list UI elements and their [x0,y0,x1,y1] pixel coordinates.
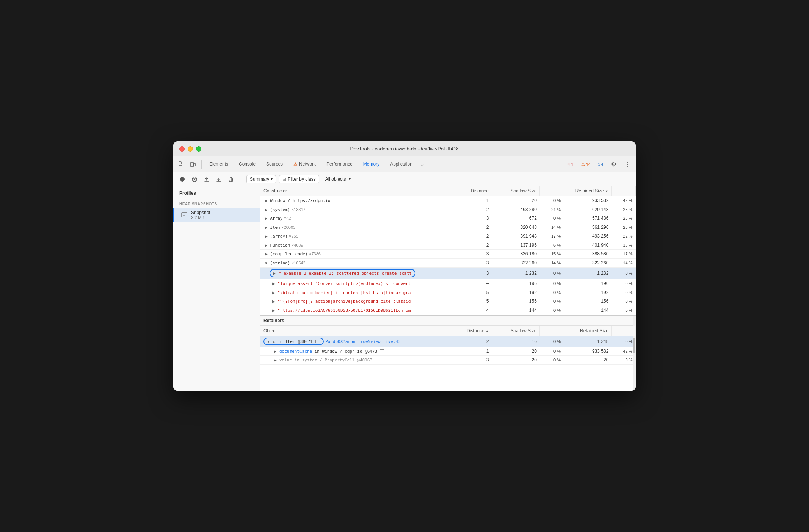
download-button[interactable] [214,175,223,184]
table-row[interactable]: ▶ Array ×42 3 672 0 % 571 436 25 % [260,214,636,223]
expand-icon[interactable]: ▶ [273,349,278,354]
header-constructor: Constructor [260,186,460,196]
tab-network[interactable]: ⚠ Network [288,156,321,172]
header-object: Object [260,326,460,336]
clear-button[interactable] [190,175,199,184]
content-panel: Constructor Distance Shallow Size Retain… [260,186,636,391]
retainer-link[interactable]: PoLdb0X?anon=true&view=live:43 [325,339,401,344]
tab-application[interactable]: Application [385,156,418,172]
warning-icon: ⚠ [581,162,585,167]
tab-sources[interactable]: Sources [261,156,288,172]
all-objects-dropdown[interactable]: All objects ▾ [322,175,354,183]
header-ret-shallow: Shallow Size [492,326,540,336]
retainer-row[interactable]: ▶ documentCache in Window / cdpn.io @647… [260,347,636,356]
upload-button[interactable] [202,175,211,184]
expand-icon[interactable]: ▶ [271,299,276,304]
table-row-highlighted[interactable]: ▶ " example 3 example 3: scattered objec… [260,268,636,279]
expand-icon[interactable]: ▶ [273,357,278,363]
retainers-table-body: ▼ x in Item @38071 PoLdb0X?anon=true&vie… [260,336,636,365]
inspect-icon-btn[interactable] [176,159,187,170]
chevron-down-icon-2: ▾ [349,177,351,181]
constructor-table-section: Constructor Distance Shallow Size Retain… [260,186,636,315]
maximize-button[interactable] [196,146,201,152]
scrollbar-thumb[interactable] [633,338,635,353]
constructor-table-header: Constructor Distance Shallow Size Retain… [260,186,636,196]
traffic-lights [179,146,201,152]
device-icon-btn[interactable] [188,159,198,170]
record-button[interactable] [178,175,187,184]
retainers-table-header: Object Distance ▲ Shallow Size Retained … [260,326,636,336]
constructor-table-body: ▶ Window / https://cdpn.io 1 20 0 % 933 … [260,196,636,315]
svg-rect-11 [182,213,187,217]
collect-garbage-button[interactable] [226,175,235,184]
more-tabs-button[interactable]: » [418,161,427,167]
table-row[interactable]: ▼ (string) ×16542 3 322 260 14 % 322 260… [260,258,636,268]
table-row[interactable]: ▶ "Torque assert 'Convert<uintptr>(endIn… [260,279,636,288]
expand-icon[interactable]: ▶ [263,207,269,212]
expand-icon[interactable]: ▶ [271,281,276,286]
expand-icon[interactable]: ▶ [271,290,276,295]
header-retained-pct [611,186,635,196]
collapse-icon[interactable]: ▼ [263,260,269,266]
settings-button[interactable]: ⚙ [608,159,619,170]
retainers-title: Retainers [260,316,636,326]
snapshot-icon [180,211,188,219]
title-bar: DevTools - codepen.io/web-dot-dev/live/P… [173,141,636,156]
retainer-row[interactable]: ▶ value in system / PropertyCell @40163 … [260,356,636,365]
expand-icon[interactable]: ▶ [263,243,269,248]
collapse-icon[interactable]: ▼ [266,339,271,344]
table-row[interactable]: ▶ Function ×4689 2 137 196 6 % 401 940 1… [260,241,636,250]
expand-icon[interactable]: ▶ [263,252,269,257]
snapshot-size: 2.2 MB [191,215,214,220]
expand-icon[interactable]: ▶ [271,308,276,313]
table-row[interactable]: ▶ (system) ×13817 2 463 280 21 % 620 148… [260,205,636,214]
error-icon: ✕ [567,162,570,167]
info-badge[interactable]: ℹ 4 [596,161,605,167]
table-row[interactable]: ▶ Item ×20003 2 320 048 14 % 561 296 25 … [260,223,636,232]
header-ret-retained-pct [611,326,635,336]
tab-performance[interactable]: Performance [321,156,358,172]
window-icon [315,340,320,343]
sidebar-title: Profiles [173,191,260,199]
expand-icon[interactable]: ▶ [272,271,277,276]
more-options-button[interactable]: ⋮ [622,159,633,170]
tab-console[interactable]: Console [234,156,261,172]
sidebar-item-snapshot1[interactable]: Snapshot 1 2.2 MB [173,208,260,222]
minimize-button[interactable] [188,146,193,152]
info-icon: ℹ [598,162,600,167]
close-button[interactable] [179,146,185,152]
table-row[interactable]: ▶ "^(?!on|src|(?:action|archive|backgrou… [260,297,636,306]
network-warning-icon: ⚠ [293,161,298,167]
svg-rect-3 [191,162,193,167]
tab-right-controls: ✕ 1 ⚠ 14 ℹ 4 ⚙ ⋮ [564,159,633,170]
table-row[interactable]: ▶ "\b(calc|cubic-bezier|fit-content|hsl|… [260,288,636,297]
filter-by-class-button[interactable]: ⊟ Filter by class [279,175,319,183]
constructor-table: Constructor Distance Shallow Size Retain… [260,186,636,315]
warning-badge[interactable]: ⚠ 14 [579,161,593,167]
filter-icon: ⊟ [282,177,286,182]
summary-dropdown[interactable]: Summary ▾ [246,175,276,183]
retainers-table: Object Distance ▲ Shallow Size Retained … [260,326,636,365]
tab-bar: Elements Console Sources ⚠ Network Perfo… [173,156,636,172]
table-row[interactable]: ▶ "https://cdpn.io2AC766158D5B7507E17015… [260,306,636,315]
window-title: DevTools - codepen.io/web-dot-dev/live/P… [350,146,459,152]
tab-memory[interactable]: Memory [358,156,385,172]
expand-icon[interactable]: ▶ [263,234,269,239]
table-row[interactable]: ▶ (array) ×255 2 391 948 17 % 493 256 22… [260,232,636,241]
expand-icon[interactable]: ▶ [263,198,269,203]
table-row[interactable]: ▶ Window / https://cdpn.io 1 20 0 % 933 … [260,196,636,205]
expand-icon[interactable]: ▶ [263,225,269,230]
highlighted-constructor-value[interactable]: ▶ " example 3 example 3: scattered objec… [270,269,415,277]
header-retained-size: Retained Size ▼ [564,186,611,196]
error-badge[interactable]: ✕ 1 [564,161,576,167]
retainer-row-highlighted[interactable]: ▼ x in Item @38071 PoLdb0X?anon=true&vie… [260,336,636,347]
chevron-down-icon: ▾ [271,177,273,181]
snapshot-name: Snapshot 1 [191,210,214,215]
tab-elements[interactable]: Elements [204,156,234,172]
table-row[interactable]: ▶ (compiled code) ×7386 3 336 180 15 % 3… [260,250,636,259]
expand-icon[interactable]: ▶ [263,216,269,221]
sidebar: Profiles HEAP SNAPSHOTS Snapshot 1 2.2 M… [173,186,260,391]
retainers-section: Retainers Object Distance ▲ Shallow Size… [260,315,636,391]
header-ret-retained: Retained Size [564,326,611,336]
svg-rect-4 [194,163,195,166]
